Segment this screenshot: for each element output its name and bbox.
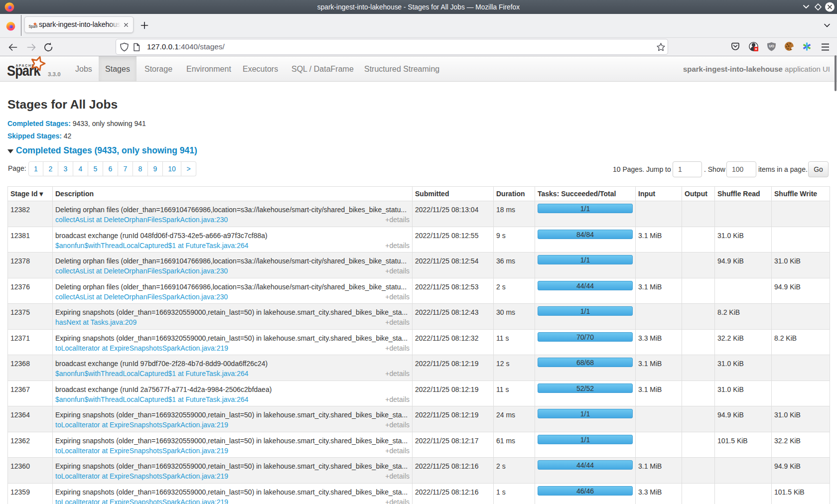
svg-text:Spark: Spark — [29, 24, 38, 29]
svg-text:UO: UO — [769, 44, 774, 48]
svg-text:3.3.0: 3.3.0 — [48, 71, 61, 77]
